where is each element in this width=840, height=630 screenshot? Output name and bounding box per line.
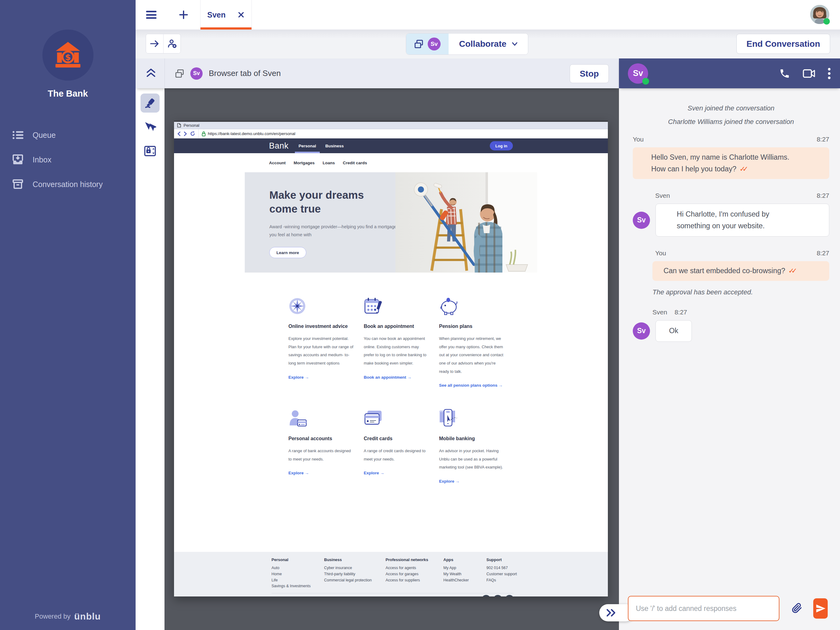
footer-link[interactable]: Savings & Investments <box>272 583 324 589</box>
footer-column-title: Personal <box>272 557 324 562</box>
collaborate-label: Collaborate <box>459 39 507 49</box>
footer-link[interactable]: FAQs <box>486 578 517 584</box>
linkedin-icon[interactable]: in <box>505 595 514 597</box>
footer-link[interactable]: Access for garages <box>385 571 444 578</box>
footer-column-business: Business Cyber insurance Third-party lia… <box>324 557 385 589</box>
footer-legal: Privacy Terms of Use <box>272 594 514 597</box>
bank-logo: $ <box>43 30 93 81</box>
conversation-tab-sven[interactable]: Sven <box>200 0 252 30</box>
hero-photo <box>395 172 537 272</box>
feature-book-appointment: Book an appointment You can now book an … <box>364 296 430 388</box>
attach-file-button[interactable] <box>792 602 802 615</box>
video-call-button[interactable] <box>802 68 815 79</box>
send-message-button[interactable] <box>813 598 828 619</box>
learn-more-button[interactable]: Learn more <box>269 247 306 258</box>
footer-link[interactable]: Life <box>272 578 324 584</box>
message-time: 8:27 <box>816 136 829 143</box>
feature-link[interactable]: Explore <box>288 471 309 475</box>
footer-link[interactable]: Access for agents <box>385 565 444 571</box>
sidebar-item-inbox[interactable]: Inbox <box>0 147 136 172</box>
invite-person-button[interactable] <box>163 34 180 53</box>
hero-title: Make your dreams come true <box>269 188 395 216</box>
mobile-banking-icon <box>439 408 505 427</box>
video-camera-icon <box>802 68 815 79</box>
outgoing-message-bubble: Can we start embedded co-browsing?✓✓ <box>652 261 829 281</box>
tab-label: Sven <box>207 11 226 19</box>
voice-call-button[interactable] <box>779 68 790 79</box>
chat-menu-button[interactable] <box>828 67 831 80</box>
bank-nav-personal[interactable]: Personal <box>298 138 316 153</box>
scroll-lock-tool-button[interactable] <box>141 141 159 161</box>
footer-link[interactable]: Customer support <box>486 571 517 578</box>
bank-nav-business[interactable]: Business <box>325 138 344 153</box>
bank-subnav: Account Mortgages Loans Credit cards <box>174 153 608 172</box>
feature-link[interactable]: Explore <box>364 471 384 475</box>
address-bar[interactable]: https://bank-latest.demo.unblu.com/en/pe… <box>198 129 605 138</box>
feature-link[interactable]: Explore <box>439 479 459 484</box>
incoming-message-bubble: Ok <box>655 320 692 342</box>
new-conversation-tab-button[interactable] <box>167 0 200 30</box>
read-receipt-icon: ✓✓ <box>739 165 749 173</box>
sidebar-item-conversation-history[interactable]: Conversation history <box>0 172 136 196</box>
footer-link[interactable]: Home <box>272 571 324 578</box>
twitter-icon[interactable]: t <box>482 595 490 597</box>
browser-nav-bar: https://bank-latest.demo.unblu.com/en/pe… <box>174 129 608 138</box>
bank-login-button[interactable]: Log in <box>490 141 513 150</box>
sidebar-item-queue[interactable]: Queue <box>0 123 136 147</box>
sidebar-nav: Queue Inbox Conversation history <box>0 123 136 196</box>
footer-link[interactable]: Cyber insurance <box>324 565 385 571</box>
feature-link[interactable]: See all pension plans options <box>439 383 503 388</box>
feature-text: When planning your retirement, we offer … <box>439 335 505 375</box>
bank-building-icon: $ <box>52 39 84 71</box>
bank-subnav-loans[interactable]: Loans <box>322 161 335 165</box>
hamburger-icon <box>146 11 156 19</box>
active-tab-indicator <box>201 27 251 30</box>
message-author: Sven <box>652 309 667 316</box>
footer-link[interactable]: My Wealth <box>444 571 486 578</box>
agent-avatar[interactable] <box>810 5 829 24</box>
chat-composer <box>619 593 840 630</box>
kebab-menu-icon <box>828 67 831 80</box>
scroll-lock-icon <box>144 146 156 157</box>
footer-link[interactable]: Commercial legal protection <box>324 578 385 584</box>
end-conversation-button[interactable]: End Conversation <box>736 34 830 54</box>
forward-to-queue-button[interactable] <box>146 34 163 53</box>
bank-subnav-credit-cards[interactable]: Credit cards <box>343 161 367 165</box>
footer-link[interactable]: My App <box>444 565 486 571</box>
cobrowse-tool-column <box>136 88 164 630</box>
credit-card-icon <box>364 408 430 427</box>
feature-credit-cards: Credit cards A range of credit cards des… <box>364 408 430 484</box>
footer-link[interactable]: Third-party liability <box>324 571 385 578</box>
footer-link[interactable]: HealthChecker <box>444 578 486 584</box>
feature-link[interactable]: Explore <box>288 375 309 380</box>
footer-link[interactable]: 902 014 567 <box>486 565 517 571</box>
chat-panel: Sv <box>619 59 840 630</box>
footer-link[interactable]: Auto <box>272 565 324 571</box>
stop-cobrowse-button[interactable]: Stop <box>570 64 609 83</box>
visitor-avatar: Sv <box>428 38 441 51</box>
forward-icon[interactable] <box>183 131 187 136</box>
shared-cursor-tool-button[interactable] <box>141 117 159 136</box>
collaborate-control[interactable]: Sv Collaborate <box>406 33 528 55</box>
chat-message-input[interactable] <box>628 596 779 621</box>
feature-title: Credit cards <box>364 436 430 442</box>
footer-link[interactable]: Access for suppliers <box>385 578 444 584</box>
message-time: 8:27 <box>674 309 687 316</box>
highlighter-tool-button[interactable] <box>141 93 159 112</box>
feature-link[interactable]: Book an appointment <box>364 375 411 380</box>
chat-message-list[interactable]: Sven joined the conversation Charlotte W… <box>619 88 840 593</box>
back-icon[interactable] <box>177 131 181 136</box>
bank-subnav-account[interactable]: Account <box>269 161 286 165</box>
page-icon <box>177 123 181 128</box>
online-status-dot <box>823 18 830 25</box>
bank-site-nav: Personal Business <box>298 138 344 153</box>
collapse-toolbar-button[interactable] <box>144 66 158 81</box>
message-text: Can we start embedded co-browsing? <box>663 267 785 275</box>
facebook-icon[interactable]: f <box>494 595 502 597</box>
close-tab-icon[interactable] <box>237 11 245 19</box>
reload-icon[interactable] <box>190 131 195 136</box>
main-menu-button[interactable] <box>136 0 167 30</box>
footer-column-professional-networks: Professional networks Access for agents … <box>385 557 444 589</box>
bank-subnav-mortgages[interactable]: Mortgages <box>294 161 314 165</box>
collaborate-dropdown[interactable]: Collaborate <box>448 33 528 54</box>
